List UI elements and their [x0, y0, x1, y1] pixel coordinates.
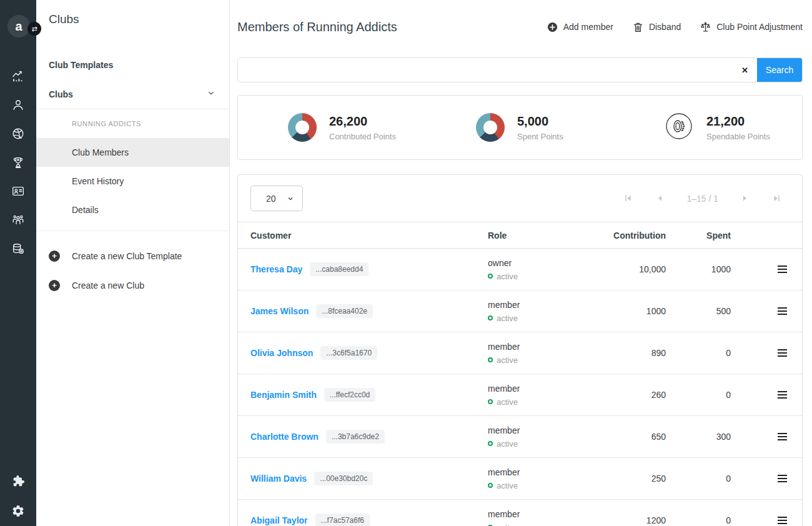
column-header-contribution: Contribution	[613, 231, 666, 241]
page-title: Members of Running Addicts	[237, 20, 397, 34]
prev-page-button[interactable]	[655, 193, 665, 204]
customers-icon[interactable]	[11, 98, 25, 112]
stat-value: 26,200	[329, 114, 396, 129]
app-window: a ⇄	[0, 0, 812, 526]
sidebar-item-label: Club Templates	[49, 60, 113, 70]
member-id-badge: ...8fceaa402e	[316, 304, 373, 318]
member-name-link[interactable]: Theresa Day	[250, 264, 302, 274]
last-page-button[interactable]	[771, 193, 782, 204]
add-member-button[interactable]: Add member	[547, 21, 613, 33]
member-role: member	[488, 300, 613, 310]
contributed-points-stat: 26,200 Contributed Points	[238, 113, 426, 142]
table-row: Theresa Day ...caba8eedd4 owner active 1…	[238, 249, 802, 290]
club-points-summary-card: 26,200 Contributed Points 5,000 Spent Po…	[237, 95, 803, 160]
active-status-icon	[488, 399, 493, 404]
members-table-card: 20 1–15 / 1 Customer Role Contribution S…	[237, 174, 803, 526]
table-header-row: Customer Role Contribution Spent	[238, 222, 802, 249]
settings-gear-icon[interactable]	[11, 504, 25, 518]
row-menu-button[interactable]	[776, 430, 788, 443]
member-status: active	[497, 314, 518, 323]
puzzle-icon[interactable]	[11, 474, 25, 488]
member-contribution: 250	[613, 474, 666, 484]
row-menu-button[interactable]	[776, 514, 788, 526]
row-menu-button[interactable]	[776, 472, 788, 485]
sidebar-divider	[36, 231, 229, 231]
table-row: Benjamin Smith ...ffecf2cc0d member acti…	[238, 374, 802, 416]
workspace-switch-icon[interactable]: ⇄	[27, 22, 41, 36]
member-name-link[interactable]: Benjamin Smith	[250, 390, 317, 400]
member-id-badge: ...caba8eedd4	[310, 262, 369, 276]
member-spent: 0	[666, 348, 731, 358]
member-name-link[interactable]: Abigail Taylor	[250, 515, 308, 525]
stat-label: Contributed Points	[329, 132, 396, 141]
sidebar-subitem-label: Club Members	[72, 147, 129, 157]
donut-chart-icon	[476, 113, 505, 142]
member-name-link[interactable]: Olivia Johnson	[250, 348, 313, 358]
sidebar-item-clubs[interactable]: Clubs	[36, 79, 229, 109]
create-club-button[interactable]: + Create a new Club	[36, 270, 229, 300]
club-point-adjustment-button[interactable]: Club Point Adjustment	[700, 21, 803, 33]
member-status: active	[497, 272, 518, 281]
row-menu-button[interactable]	[776, 347, 788, 359]
page-size-value: 20	[266, 194, 276, 204]
member-name-link[interactable]: William Davis	[250, 474, 307, 484]
member-status: active	[497, 397, 518, 407]
stat-value: 5,000	[517, 114, 563, 129]
active-status-icon	[488, 274, 493, 279]
disband-button[interactable]: Disband	[632, 21, 681, 33]
trophy-icon[interactable]	[11, 156, 25, 169]
action-label: Club Point Adjustment	[716, 22, 803, 32]
row-menu-button[interactable]	[776, 305, 788, 317]
column-header-customer: Customer	[250, 231, 488, 241]
hamburger-menu-icon	[778, 352, 787, 354]
member-name-link[interactable]: James Wilson	[250, 306, 309, 316]
chevron-down-icon	[207, 89, 215, 99]
row-menu-button[interactable]	[776, 263, 788, 275]
sidebar-subitem-label: Details	[72, 205, 99, 215]
row-menu-button[interactable]	[776, 389, 788, 401]
search-button[interactable]: Search	[757, 58, 802, 82]
stat-label: Spent Points	[517, 132, 563, 141]
hamburger-menu-icon	[778, 520, 787, 521]
balance-scale-icon	[700, 21, 711, 33]
active-status-icon	[488, 483, 493, 488]
member-contribution: 650	[613, 432, 666, 442]
member-contribution: 260	[613, 390, 666, 400]
analytics-icon[interactable]	[11, 69, 25, 83]
sidebar-item-event-history[interactable]: Event History	[36, 167, 229, 196]
sidebar-item-details[interactable]: Details	[36, 196, 229, 224]
brand-logo-letter[interactable]: a	[7, 15, 30, 37]
search-clear-button[interactable]: ✕	[733, 58, 757, 82]
trash-icon	[632, 21, 644, 33]
first-page-button[interactable]	[623, 193, 633, 204]
sidebar-item-club-members[interactable]: Club Members	[36, 138, 229, 167]
club-section-heading: RUNNING ADDICTS	[36, 109, 229, 138]
member-id-badge: ...f7ac57a6f6	[315, 514, 370, 526]
column-header-spent: Spent	[666, 231, 731, 241]
page-range: 1–15 / 1	[686, 194, 718, 204]
member-role: member	[488, 467, 613, 477]
sidebar-item-club-templates[interactable]: Club Templates	[36, 50, 229, 79]
create-club-template-button[interactable]: + Create a new Club Template	[36, 241, 229, 270]
coin-icon	[664, 111, 694, 144]
pagination: 1–15 / 1	[623, 193, 790, 204]
page-size-select[interactable]: 20	[250, 186, 303, 211]
member-role: member	[488, 509, 613, 519]
coin-stack-icon[interactable]	[11, 242, 25, 256]
search-bar: ✕ Search	[237, 57, 803, 82]
ball-icon[interactable]	[11, 127, 25, 141]
member-role: member	[488, 425, 613, 435]
groups-icon[interactable]	[11, 213, 25, 227]
search-input[interactable]	[238, 58, 733, 82]
app-logo[interactable]: a ⇄	[0, 14, 36, 41]
sidebar: Clubs Club Templates Clubs RUNNING ADDIC…	[36, 0, 230, 526]
member-name-link[interactable]: Charlotte Brown	[250, 432, 319, 442]
member-status: active	[497, 355, 518, 365]
member-spent: 0	[666, 390, 731, 400]
member-contribution: 10,000	[613, 264, 666, 274]
next-page-button[interactable]	[740, 193, 750, 204]
id-card-icon[interactable]	[11, 184, 25, 198]
sidebar-item-label: Clubs	[49, 89, 73, 99]
create-action-label: Create a new Club	[72, 280, 144, 290]
hamburger-menu-icon	[778, 478, 787, 479]
